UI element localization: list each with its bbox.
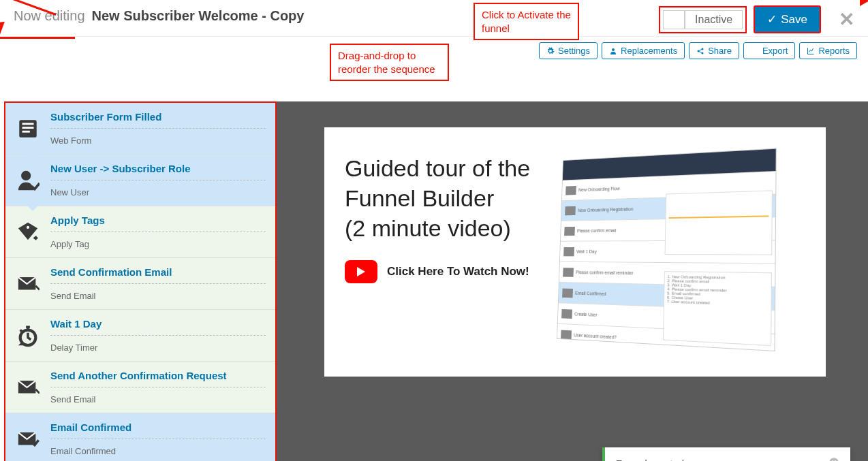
step-title: Email Confirmed	[50, 422, 266, 439]
user-icon	[609, 47, 617, 55]
share-icon	[696, 47, 704, 55]
video-title-l1: Guided tour of the	[345, 155, 530, 181]
share-label: Share	[708, 46, 732, 56]
main-area: Subscriber Form FilledWeb FormNew User -…	[0, 70, 868, 461]
mailcheck-icon	[15, 426, 41, 452]
toolbar-row: Settings Replacements Share Export Repor…	[539, 42, 857, 59]
step-item[interactable]: Email ConfirmedEmail Confirmed	[5, 413, 275, 461]
inactive-label[interactable]: Inactive	[685, 10, 743, 29]
save-label: Save	[781, 13, 807, 27]
svg-point-0	[612, 48, 615, 51]
toast: Funnel created	[602, 447, 850, 461]
download-icon	[751, 47, 759, 55]
svg-point-9	[27, 225, 29, 228]
settings-button[interactable]: Settings	[539, 42, 598, 59]
step-item[interactable]: New User -> Subscriber RoleNew User	[5, 155, 275, 206]
step-connector	[27, 206, 38, 211]
export-button[interactable]: Export	[743, 42, 796, 59]
step-title: Subscriber Form Filled	[50, 111, 266, 129]
step-body: Subscriber Form FilledWeb Form	[50, 111, 266, 146]
activate-toggle-group: Inactive	[659, 6, 747, 33]
arrow-steps	[0, 39, 53, 70]
mail-icon	[15, 375, 41, 400]
svg-point-8	[21, 170, 31, 180]
step-item[interactable]: Send Another Confirmation RequestSend Em…	[5, 362, 275, 413]
step-subtitle: Web Form	[50, 136, 266, 146]
step-title: Send Confirmation Email	[50, 266, 266, 284]
step-body: Send Another Confirmation RequestSend Em…	[50, 370, 266, 404]
toast-message: Funnel created	[616, 458, 684, 461]
video-card: Guided tour of the Funnel Builder (2 min…	[324, 127, 826, 377]
step-subtitle: Send Email	[50, 394, 266, 404]
svg-rect-6	[22, 127, 34, 129]
chart-icon	[807, 47, 815, 55]
svg-rect-7	[22, 130, 30, 132]
save-button[interactable]: ✓ Save	[754, 5, 821, 33]
video-title-l2: Funnel Builder	[345, 185, 494, 211]
replacements-label: Replacements	[621, 46, 677, 56]
export-label: Export	[762, 46, 788, 56]
form-icon	[15, 116, 41, 142]
step-title: Apply Tags	[50, 214, 266, 232]
callout-drag: Drag-and-drop to reorder the sequence	[330, 44, 449, 81]
steps-column[interactable]: Subscriber Form FilledWeb FormNew User -…	[4, 101, 277, 461]
preview-column: Guided tour of the Funnel Builder (2 min…	[277, 101, 868, 461]
step-item[interactable]: Apply TagsApply Tag	[5, 206, 275, 258]
user-icon	[15, 168, 41, 193]
gear-icon	[546, 47, 555, 55]
check-icon: ✓	[767, 12, 777, 27]
step-body: Wait 1 DayDelay Timer	[50, 318, 266, 353]
watch-label: Click Here To Watch Now!	[387, 265, 529, 279]
svg-point-14	[829, 458, 838, 461]
step-item[interactable]: Subscriber Form FilledWeb Form	[5, 103, 275, 155]
share-button[interactable]: Share	[689, 42, 739, 59]
video-title: Guided tour of the Funnel Builder (2 min…	[345, 153, 530, 244]
video-text: Guided tour of the Funnel Builder (2 min…	[345, 153, 530, 351]
watch-row[interactable]: Click Here To Watch Now!	[345, 260, 530, 283]
step-item[interactable]: Send Confirmation EmailSend Email	[5, 258, 275, 310]
step-body: Email ConfirmedEmail Confirmed	[50, 422, 266, 456]
reports-button[interactable]: Reports	[799, 42, 857, 59]
svg-rect-5	[22, 123, 34, 125]
toast-close-icon[interactable]	[828, 457, 839, 461]
step-body: Send Confirmation EmailSend Email	[50, 266, 266, 301]
mail-icon	[15, 271, 41, 297]
step-body: Apply TagsApply Tag	[50, 214, 266, 249]
video-thumbnail: New Onboarding Flow New Onboarding Regis…	[557, 148, 777, 352]
step-title: Send Another Confirmation Request	[50, 370, 266, 387]
step-item[interactable]: Wait 1 DayDelay Timer	[5, 310, 275, 362]
header-right: Inactive ✓ Save ✕	[659, 5, 854, 33]
funnel-title[interactable]: New Subscriber Welcome - Copy	[92, 8, 305, 24]
reports-label: Reports	[818, 46, 850, 56]
timer-icon	[15, 323, 41, 349]
step-connector	[27, 154, 38, 159]
step-title: New User -> Subscriber Role	[50, 163, 266, 180]
step-subtitle: New User	[50, 187, 266, 197]
step-subtitle: Delay Timer	[50, 343, 266, 353]
step-subtitle: Apply Tag	[50, 239, 266, 249]
close-icon[interactable]: ✕	[839, 8, 854, 31]
settings-label: Settings	[558, 46, 590, 56]
step-title: Wait 1 Day	[50, 318, 266, 336]
video-title-l3: (2 minute video)	[345, 215, 511, 241]
callout-activate: Click to Activate the funnel	[474, 3, 579, 40]
play-icon[interactable]	[345, 260, 377, 283]
replacements-button[interactable]: Replacements	[602, 42, 685, 59]
step-subtitle: Email Confirmed	[50, 446, 266, 456]
tag-icon	[15, 219, 41, 245]
step-body: New User -> Subscriber RoleNew User	[50, 163, 266, 197]
header-bar: Now editing New Subscriber Welcome - Cop…	[0, 0, 868, 37]
activate-switch[interactable]	[663, 10, 685, 29]
step-subtitle: Send Email	[50, 291, 266, 301]
